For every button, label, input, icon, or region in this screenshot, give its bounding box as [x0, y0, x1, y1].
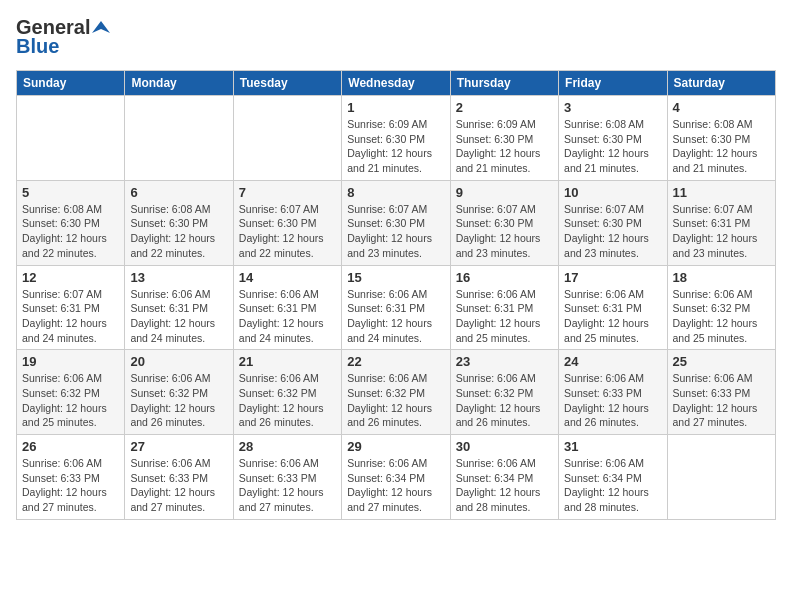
header-wednesday: Wednesday: [342, 71, 450, 96]
day-number: 14: [239, 270, 336, 285]
day-number: 27: [130, 439, 227, 454]
day-number: 16: [456, 270, 553, 285]
day-detail: Sunrise: 6:07 AM Sunset: 6:30 PM Dayligh…: [564, 202, 661, 261]
calendar-cell: 16Sunrise: 6:06 AM Sunset: 6:31 PM Dayli…: [450, 265, 558, 350]
day-detail: Sunrise: 6:06 AM Sunset: 6:32 PM Dayligh…: [347, 371, 444, 430]
day-detail: Sunrise: 6:09 AM Sunset: 6:30 PM Dayligh…: [347, 117, 444, 176]
calendar-cell: 20Sunrise: 6:06 AM Sunset: 6:32 PM Dayli…: [125, 350, 233, 435]
day-number: 29: [347, 439, 444, 454]
calendar-cell: 15Sunrise: 6:06 AM Sunset: 6:31 PM Dayli…: [342, 265, 450, 350]
day-detail: Sunrise: 6:06 AM Sunset: 6:34 PM Dayligh…: [564, 456, 661, 515]
day-detail: Sunrise: 6:06 AM Sunset: 6:31 PM Dayligh…: [130, 287, 227, 346]
calendar-cell: 8Sunrise: 6:07 AM Sunset: 6:30 PM Daylig…: [342, 180, 450, 265]
day-detail: Sunrise: 6:07 AM Sunset: 6:31 PM Dayligh…: [22, 287, 119, 346]
calendar-cell: 19Sunrise: 6:06 AM Sunset: 6:32 PM Dayli…: [17, 350, 125, 435]
calendar-cell: [667, 435, 775, 520]
day-detail: Sunrise: 6:06 AM Sunset: 6:32 PM Dayligh…: [22, 371, 119, 430]
day-number: 24: [564, 354, 661, 369]
day-number: 20: [130, 354, 227, 369]
day-detail: Sunrise: 6:06 AM Sunset: 6:32 PM Dayligh…: [673, 287, 770, 346]
day-number: 4: [673, 100, 770, 115]
calendar-cell: [233, 96, 341, 181]
day-number: 12: [22, 270, 119, 285]
day-number: 6: [130, 185, 227, 200]
day-detail: Sunrise: 6:09 AM Sunset: 6:30 PM Dayligh…: [456, 117, 553, 176]
header-thursday: Thursday: [450, 71, 558, 96]
day-detail: Sunrise: 6:07 AM Sunset: 6:31 PM Dayligh…: [673, 202, 770, 261]
day-detail: Sunrise: 6:08 AM Sunset: 6:30 PM Dayligh…: [564, 117, 661, 176]
day-number: 25: [673, 354, 770, 369]
day-number: 17: [564, 270, 661, 285]
calendar-cell: 11Sunrise: 6:07 AM Sunset: 6:31 PM Dayli…: [667, 180, 775, 265]
day-number: 1: [347, 100, 444, 115]
day-detail: Sunrise: 6:07 AM Sunset: 6:30 PM Dayligh…: [456, 202, 553, 261]
day-number: 13: [130, 270, 227, 285]
header-sunday: Sunday: [17, 71, 125, 96]
header-friday: Friday: [559, 71, 667, 96]
day-detail: Sunrise: 6:06 AM Sunset: 6:31 PM Dayligh…: [564, 287, 661, 346]
calendar-cell: 23Sunrise: 6:06 AM Sunset: 6:32 PM Dayli…: [450, 350, 558, 435]
day-number: 21: [239, 354, 336, 369]
day-number: 5: [22, 185, 119, 200]
day-detail: Sunrise: 6:06 AM Sunset: 6:33 PM Dayligh…: [22, 456, 119, 515]
day-number: 22: [347, 354, 444, 369]
calendar-cell: 12Sunrise: 6:07 AM Sunset: 6:31 PM Dayli…: [17, 265, 125, 350]
day-detail: Sunrise: 6:06 AM Sunset: 6:32 PM Dayligh…: [130, 371, 227, 430]
day-detail: Sunrise: 6:06 AM Sunset: 6:33 PM Dayligh…: [673, 371, 770, 430]
day-number: 19: [22, 354, 119, 369]
logo: General Blue: [16, 16, 110, 58]
calendar-week-row: 5Sunrise: 6:08 AM Sunset: 6:30 PM Daylig…: [17, 180, 776, 265]
calendar-header-row: SundayMondayTuesdayWednesdayThursdayFrid…: [17, 71, 776, 96]
calendar-cell: 26Sunrise: 6:06 AM Sunset: 6:33 PM Dayli…: [17, 435, 125, 520]
day-detail: Sunrise: 6:07 AM Sunset: 6:30 PM Dayligh…: [347, 202, 444, 261]
day-detail: Sunrise: 6:06 AM Sunset: 6:32 PM Dayligh…: [456, 371, 553, 430]
calendar-week-row: 1Sunrise: 6:09 AM Sunset: 6:30 PM Daylig…: [17, 96, 776, 181]
calendar-cell: 17Sunrise: 6:06 AM Sunset: 6:31 PM Dayli…: [559, 265, 667, 350]
day-detail: Sunrise: 6:06 AM Sunset: 6:34 PM Dayligh…: [456, 456, 553, 515]
calendar-cell: 1Sunrise: 6:09 AM Sunset: 6:30 PM Daylig…: [342, 96, 450, 181]
calendar-cell: 28Sunrise: 6:06 AM Sunset: 6:33 PM Dayli…: [233, 435, 341, 520]
calendar-cell: 27Sunrise: 6:06 AM Sunset: 6:33 PM Dayli…: [125, 435, 233, 520]
calendar-cell: 9Sunrise: 6:07 AM Sunset: 6:30 PM Daylig…: [450, 180, 558, 265]
header-monday: Monday: [125, 71, 233, 96]
day-number: 28: [239, 439, 336, 454]
day-number: 18: [673, 270, 770, 285]
calendar-cell: 22Sunrise: 6:06 AM Sunset: 6:32 PM Dayli…: [342, 350, 450, 435]
calendar-cell: 2Sunrise: 6:09 AM Sunset: 6:30 PM Daylig…: [450, 96, 558, 181]
calendar-cell: 30Sunrise: 6:06 AM Sunset: 6:34 PM Dayli…: [450, 435, 558, 520]
day-detail: Sunrise: 6:06 AM Sunset: 6:33 PM Dayligh…: [564, 371, 661, 430]
day-number: 26: [22, 439, 119, 454]
calendar-week-row: 19Sunrise: 6:06 AM Sunset: 6:32 PM Dayli…: [17, 350, 776, 435]
header-tuesday: Tuesday: [233, 71, 341, 96]
calendar-cell: 4Sunrise: 6:08 AM Sunset: 6:30 PM Daylig…: [667, 96, 775, 181]
calendar-cell: 10Sunrise: 6:07 AM Sunset: 6:30 PM Dayli…: [559, 180, 667, 265]
calendar-cell: 13Sunrise: 6:06 AM Sunset: 6:31 PM Dayli…: [125, 265, 233, 350]
day-detail: Sunrise: 6:06 AM Sunset: 6:32 PM Dayligh…: [239, 371, 336, 430]
calendar-cell: 21Sunrise: 6:06 AM Sunset: 6:32 PM Dayli…: [233, 350, 341, 435]
calendar-cell: 29Sunrise: 6:06 AM Sunset: 6:34 PM Dayli…: [342, 435, 450, 520]
calendar-week-row: 26Sunrise: 6:06 AM Sunset: 6:33 PM Dayli…: [17, 435, 776, 520]
calendar-cell: 31Sunrise: 6:06 AM Sunset: 6:34 PM Dayli…: [559, 435, 667, 520]
day-number: 10: [564, 185, 661, 200]
calendar-cell: 6Sunrise: 6:08 AM Sunset: 6:30 PM Daylig…: [125, 180, 233, 265]
day-number: 15: [347, 270, 444, 285]
day-number: 23: [456, 354, 553, 369]
day-detail: Sunrise: 6:06 AM Sunset: 6:31 PM Dayligh…: [347, 287, 444, 346]
day-detail: Sunrise: 6:06 AM Sunset: 6:33 PM Dayligh…: [239, 456, 336, 515]
calendar-cell: [17, 96, 125, 181]
day-detail: Sunrise: 6:08 AM Sunset: 6:30 PM Dayligh…: [22, 202, 119, 261]
calendar-cell: 5Sunrise: 6:08 AM Sunset: 6:30 PM Daylig…: [17, 180, 125, 265]
calendar-cell: 7Sunrise: 6:07 AM Sunset: 6:30 PM Daylig…: [233, 180, 341, 265]
calendar-cell: 3Sunrise: 6:08 AM Sunset: 6:30 PM Daylig…: [559, 96, 667, 181]
day-number: 30: [456, 439, 553, 454]
day-detail: Sunrise: 6:06 AM Sunset: 6:31 PM Dayligh…: [239, 287, 336, 346]
header-saturday: Saturday: [667, 71, 775, 96]
day-detail: Sunrise: 6:06 AM Sunset: 6:31 PM Dayligh…: [456, 287, 553, 346]
day-number: 31: [564, 439, 661, 454]
header: General Blue: [16, 16, 776, 58]
day-number: 8: [347, 185, 444, 200]
calendar-cell: 24Sunrise: 6:06 AM Sunset: 6:33 PM Dayli…: [559, 350, 667, 435]
day-detail: Sunrise: 6:08 AM Sunset: 6:30 PM Dayligh…: [130, 202, 227, 261]
day-detail: Sunrise: 6:08 AM Sunset: 6:30 PM Dayligh…: [673, 117, 770, 176]
day-detail: Sunrise: 6:06 AM Sunset: 6:33 PM Dayligh…: [130, 456, 227, 515]
